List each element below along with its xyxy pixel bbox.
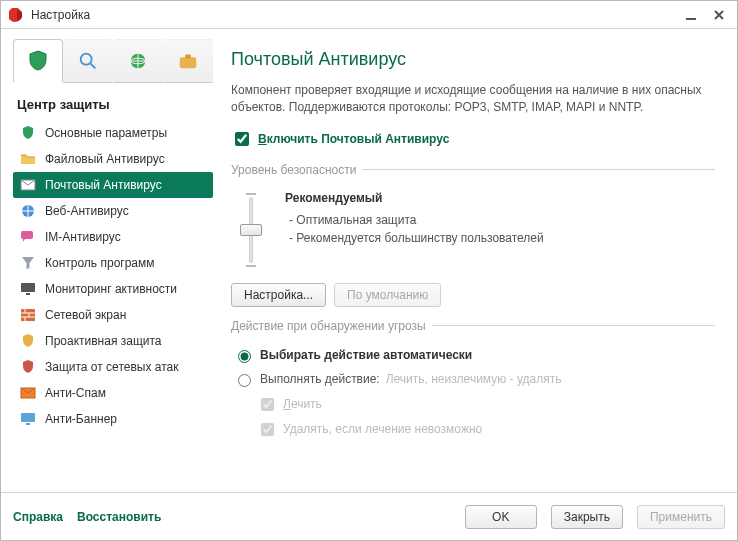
chk-cure-label: Лечить xyxy=(283,397,322,411)
radio-manual-suffix: Лечить, неизлечимую - удалять xyxy=(386,372,562,386)
radio-manual-row: Выполнять действие: Лечить, неизлечимую … xyxy=(233,371,715,387)
default-button: По умолчанию xyxy=(334,283,441,307)
proactive-icon xyxy=(19,332,37,350)
tab-scan[interactable] xyxy=(63,39,113,83)
sidebar-item-activity[interactable]: Мониторинг активности xyxy=(13,276,213,302)
sidebar-label: Контроль программ xyxy=(45,256,155,270)
svg-rect-5 xyxy=(185,55,191,59)
sidebar-label: Анти-Баннер xyxy=(45,412,117,426)
svg-point-1 xyxy=(81,54,92,65)
sidebar-label: Основные параметры xyxy=(45,126,167,140)
group-security-legend: Уровень безопасности xyxy=(231,163,362,177)
tab-advanced[interactable] xyxy=(163,39,213,83)
apply-button: Применить xyxy=(637,505,725,529)
sidebar-label: Мониторинг активности xyxy=(45,282,177,296)
security-box: Рекомендуемый - Оптимальная защита - Рек… xyxy=(231,187,715,279)
security-slider[interactable] xyxy=(237,191,265,269)
globe-small-icon xyxy=(19,202,37,220)
window-title: Настройка xyxy=(31,8,677,22)
slider-tick xyxy=(246,193,256,195)
group-security: Уровень безопасности Рекомендуемый - Опт… xyxy=(231,163,715,307)
sidebar-item-im-av[interactable]: IM-Антивирус xyxy=(13,224,213,250)
svg-rect-13 xyxy=(21,413,35,422)
slider-thumb[interactable] xyxy=(240,224,262,236)
shield-icon xyxy=(26,49,50,73)
sidebar-label: Проактивная защита xyxy=(45,334,162,348)
tab-update[interactable] xyxy=(113,39,163,83)
shield-small-icon xyxy=(19,124,37,142)
app-icon xyxy=(9,7,25,23)
radio-auto[interactable] xyxy=(238,350,251,363)
sidebar-item-app-control[interactable]: Контроль программ xyxy=(13,250,213,276)
firewall-icon xyxy=(19,306,37,324)
group-action-legend: Действие при обнаружении угрозы xyxy=(231,319,432,333)
chk-delete xyxy=(261,423,274,436)
toolbox-icon xyxy=(177,50,199,72)
security-line2: - Рекомендуется большинству пользователе… xyxy=(289,229,544,247)
monitor-icon xyxy=(19,280,37,298)
minimize-button[interactable] xyxy=(677,5,705,25)
enable-checkbox[interactable] xyxy=(235,132,249,146)
svg-rect-10 xyxy=(26,293,30,295)
left-pane: Центр защиты Основные параметры Файловый… xyxy=(13,39,213,492)
sidebar-label: Файловый Антивирус xyxy=(45,152,165,166)
sidebar-item-antibanner[interactable]: Анти-Баннер xyxy=(13,406,213,432)
close-footer-button[interactable]: Закрыть xyxy=(551,505,623,529)
sidebar-item-network-attack[interactable]: Защита от сетевых атак xyxy=(13,354,213,380)
sidebar-item-general[interactable]: Основные параметры xyxy=(13,120,213,146)
page-description: Компонент проверяет входящие и исходящие… xyxy=(231,82,715,117)
chat-icon xyxy=(19,228,37,246)
section-title: Центр защиты xyxy=(17,97,213,112)
top-tabs xyxy=(13,39,213,83)
sidebar-item-antispam[interactable]: Анти-Спам xyxy=(13,380,213,406)
sidebar-label: Защита от сетевых атак xyxy=(45,360,178,374)
security-buttons: Настройка... По умолчанию xyxy=(231,283,715,307)
right-pane: Почтовый Антивирус Компонент проверяет в… xyxy=(213,39,725,492)
sidebar-item-file-av[interactable]: Файловый Антивирус xyxy=(13,146,213,172)
sidebar-label: Веб-Антивирус xyxy=(45,204,129,218)
tab-protection[interactable] xyxy=(13,39,63,83)
sidebar-label: IM-Антивирус xyxy=(45,230,121,244)
sidebar-item-mail-av[interactable]: Почтовый Антивирус xyxy=(13,172,213,198)
group-action: Действие при обнаружении угрозы Выбирать… xyxy=(231,319,715,439)
close-button[interactable] xyxy=(705,5,733,25)
sidebar-label: Почтовый Антивирус xyxy=(45,178,162,192)
chk-cure xyxy=(261,398,274,411)
help-link[interactable]: Справка xyxy=(13,510,63,524)
security-level-name: Рекомендуемый xyxy=(285,191,544,205)
security-text: Рекомендуемый - Оптимальная защита - Рек… xyxy=(285,191,544,247)
sidebar-list: Основные параметры Файловый Антивирус По… xyxy=(13,120,213,432)
sidebar-label: Сетевой экран xyxy=(45,308,126,322)
enable-row: Включить Почтовый Антивирус xyxy=(231,129,715,149)
sidebar-label: Анти-Спам xyxy=(45,386,106,400)
titlebar: Настройка xyxy=(1,1,737,29)
envelope-icon xyxy=(19,176,37,194)
sidebar-item-web-av[interactable]: Веб-Антивирус xyxy=(13,198,213,224)
globe-icon xyxy=(127,50,149,72)
footer: Справка Восстановить OK Закрыть Применит… xyxy=(1,492,737,540)
radio-auto-label[interactable]: Выбирать действие автоматически xyxy=(260,348,472,362)
spam-icon xyxy=(19,384,37,402)
page-title: Почтовый Антивирус xyxy=(231,49,715,70)
banner-icon xyxy=(19,410,37,428)
radio-manual-label[interactable]: Выполнять действие: xyxy=(260,372,380,386)
sub-checks: Лечить Удалять, если лечение невозможно xyxy=(257,395,715,439)
ok-button[interactable]: OK xyxy=(465,505,537,529)
restore-link[interactable]: Восстановить xyxy=(77,510,161,524)
funnel-icon xyxy=(19,254,37,272)
svg-rect-0 xyxy=(686,18,696,20)
chk-delete-row: Удалять, если лечение невозможно xyxy=(257,420,715,439)
chk-cure-row: Лечить xyxy=(257,395,715,414)
svg-rect-4 xyxy=(180,57,197,68)
slider-tick xyxy=(246,265,256,267)
magnifier-icon xyxy=(77,50,99,72)
settings-button[interactable]: Настройка... xyxy=(231,283,326,307)
svg-rect-9 xyxy=(21,283,35,292)
chk-delete-label: Удалять, если лечение невозможно xyxy=(283,422,482,436)
radio-manual[interactable] xyxy=(238,374,251,387)
sidebar-item-firewall[interactable]: Сетевой экран xyxy=(13,302,213,328)
sidebar-item-proactive[interactable]: Проактивная защита xyxy=(13,328,213,354)
net-shield-icon xyxy=(19,358,37,376)
action-radios: Выбирать действие автоматически Выполнят… xyxy=(231,347,715,439)
enable-label[interactable]: Включить Почтовый Антивирус xyxy=(258,132,449,146)
